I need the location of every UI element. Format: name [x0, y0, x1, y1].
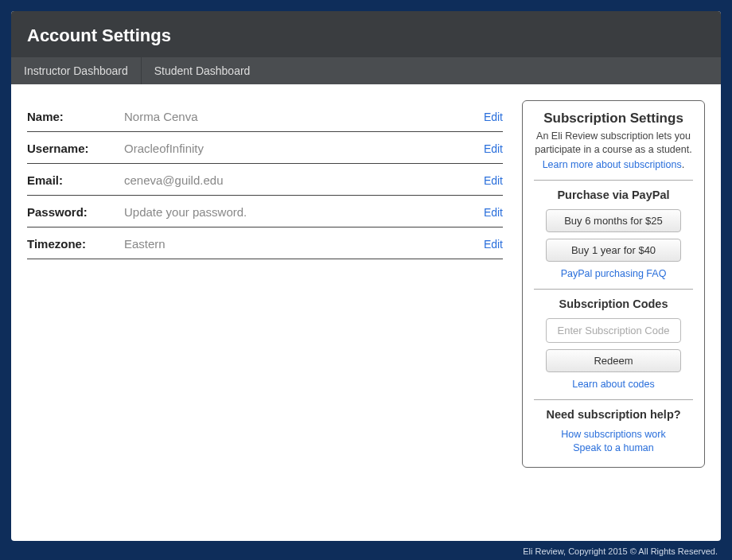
label-name: Name: — [27, 110, 124, 123]
row-password: Password: Update your password. Edit — [27, 196, 503, 228]
paypal-faq-link[interactable]: PayPal purchasing FAQ — [534, 268, 693, 279]
tab-bar: Instructor Dashboard Student Dashboard — [11, 57, 721, 84]
label-password: Password: — [27, 205, 124, 219]
divider — [534, 289, 693, 290]
subscription-sidebar: Subscription Settings An Eli Review subs… — [522, 100, 705, 468]
tab-student-dashboard[interactable]: Student Dashboard — [142, 57, 263, 84]
subscription-code-input[interactable] — [546, 318, 681, 343]
label-username: Username: — [27, 142, 124, 155]
buy-1-year-button[interactable]: Buy 1 year for $40 — [546, 239, 681, 262]
subscription-codes-title: Subscription Codes — [534, 298, 693, 310]
redeem-button[interactable]: Redeem — [546, 349, 681, 372]
value-name: Norma Cenva — [124, 110, 484, 123]
divider — [534, 399, 693, 400]
how-subscriptions-work-link[interactable]: How subscriptions work — [534, 429, 693, 440]
settings-panel: Account Settings Instructor Dashboard St… — [11, 11, 721, 541]
value-timezone: Eastern — [124, 237, 484, 251]
label-email: Email: — [27, 173, 124, 187]
page-title: Account Settings — [27, 25, 705, 46]
content-area: Name: Norma Cenva Edit Username: Oracleo… — [11, 84, 721, 484]
buy-6-months-button[interactable]: Buy 6 months for $25 — [546, 209, 681, 232]
row-timezone: Timezone: Eastern Edit — [27, 228, 503, 259]
panel-header: Account Settings — [11, 11, 721, 57]
value-password: Update your password. — [124, 205, 484, 219]
purchase-paypal-title: Purchase via PayPal — [534, 189, 693, 201]
learn-more-subscriptions-link[interactable]: Learn more about subscriptions — [543, 159, 682, 170]
row-name: Name: Norma Cenva Edit — [27, 100, 503, 132]
edit-password-link[interactable]: Edit — [484, 206, 503, 219]
divider — [534, 180, 693, 181]
learn-about-codes-link[interactable]: Learn about codes — [534, 379, 693, 390]
speak-to-human-link[interactable]: Speak to a human — [534, 442, 693, 453]
footer-copyright: Eli Review, Copyright 2015 © All Rights … — [523, 546, 718, 556]
edit-username-link[interactable]: Edit — [484, 142, 503, 155]
tab-instructor-dashboard[interactable]: Instructor Dashboard — [11, 57, 142, 84]
row-username: Username: OracleofInfinity Edit — [27, 132, 503, 164]
subscription-desc: An Eli Review subscription lets you part… — [534, 130, 693, 157]
subscription-title: Subscription Settings — [534, 111, 693, 126]
edit-timezone-link[interactable]: Edit — [484, 238, 503, 251]
edit-name-link[interactable]: Edit — [484, 111, 503, 123]
need-help-title: Need subscription help? — [534, 408, 693, 421]
value-email: ceneva@guild.edu — [124, 173, 484, 187]
value-username: OracleofInfinity — [124, 142, 484, 155]
row-email: Email: ceneva@guild.edu Edit — [27, 164, 503, 196]
label-timezone: Timezone: — [27, 237, 124, 251]
edit-email-link[interactable]: Edit — [484, 174, 503, 187]
settings-list: Name: Norma Cenva Edit Username: Oracleo… — [27, 100, 503, 259]
